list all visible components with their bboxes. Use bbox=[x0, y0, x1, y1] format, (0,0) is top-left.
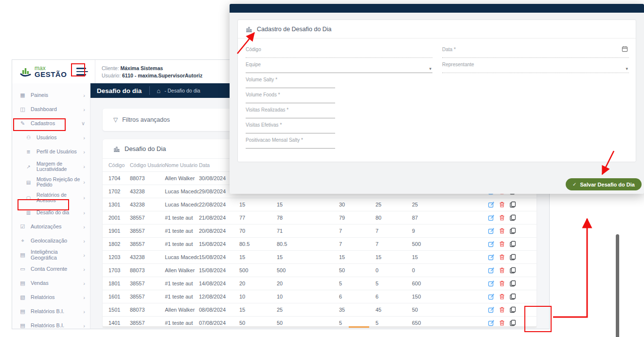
modal-title: Cadastro de Desafio do Dia bbox=[257, 26, 332, 33]
table-row: 1501 88073 Allen Walker 08/08/2024 15 25… bbox=[103, 303, 537, 317]
chevron-icon: › bbox=[83, 295, 85, 300]
chevron-icon: › bbox=[83, 149, 85, 155]
panels-icon: ▦ bbox=[19, 92, 26, 98]
equipe-select[interactable]: Equipe ▾ bbox=[246, 60, 432, 73]
edit-square-icon: ✎ bbox=[19, 120, 26, 127]
copy-icon[interactable] bbox=[509, 227, 516, 234]
edit-icon[interactable] bbox=[488, 241, 495, 247]
copy-icon[interactable] bbox=[509, 201, 516, 208]
sidebar-item[interactable]: ▤ Relatórios B.I. › bbox=[12, 304, 90, 318]
sidebar-item[interactable]: ▤ Vendas › bbox=[12, 276, 90, 290]
sidebar-item[interactable]: ▤ Motivo Rejeição dePedido › bbox=[12, 174, 90, 190]
copy-icon[interactable] bbox=[509, 306, 516, 313]
copy-icon[interactable] bbox=[509, 280, 516, 287]
dashboard-icon: ◫ bbox=[19, 106, 26, 112]
edit-icon[interactable] bbox=[488, 254, 495, 261]
column-header: Código Usuário bbox=[130, 162, 165, 168]
chevron-icon: › bbox=[83, 93, 85, 98]
sidebar-item[interactable]: ▭ Conta Corrente › bbox=[12, 262, 90, 276]
positivacao-mensal-salty-field[interactable]: Positivacao Mensal Salty * bbox=[246, 136, 335, 149]
copy-icon[interactable] bbox=[509, 319, 516, 326]
sidebar-item[interactable]: ▥ Desafio do dia › bbox=[12, 206, 90, 220]
table-row: 2001 38557 #1 teste aut 21/08/2024 77 78… bbox=[103, 211, 537, 225]
copy-icon[interactable] bbox=[509, 293, 516, 300]
chevron-icon: › bbox=[83, 266, 85, 272]
delete-icon[interactable] bbox=[499, 201, 505, 208]
volume-foods-field[interactable]: Volume Foods * bbox=[246, 91, 335, 103]
sales-doc-icon: ▤ bbox=[19, 280, 26, 286]
breadcrumb: - Desafio do dia bbox=[164, 88, 200, 94]
delete-icon[interactable] bbox=[499, 254, 505, 261]
edit-icon[interactable] bbox=[488, 227, 495, 234]
table-row: 1203 43238 Lucas Macedo da 15/08/2024 15… bbox=[103, 251, 537, 264]
dropdown-caret-icon: ▾ bbox=[429, 66, 431, 71]
copy-icon[interactable] bbox=[509, 267, 516, 274]
sidebar-item[interactable]: ↗ Margem deLucratividade › bbox=[12, 159, 90, 174]
edit-icon[interactable] bbox=[488, 293, 495, 300]
visitas-realizadas-field[interactable]: Visitas Realizadas * bbox=[246, 106, 335, 118]
modal-topbar bbox=[230, 4, 644, 13]
delete-icon[interactable] bbox=[499, 293, 505, 300]
table-row: 1601 38557 #1 teste aut 12/08/2024 10 10… bbox=[103, 290, 537, 303]
filter-funnel-icon: ▽ bbox=[113, 116, 118, 123]
horizontal-scrollbar[interactable] bbox=[103, 326, 537, 328]
horizontal-scrollbar-thumb[interactable] bbox=[349, 326, 369, 328]
chevron-icon: › bbox=[83, 179, 85, 185]
edit-icon[interactable] bbox=[488, 319, 495, 326]
chevron-icon: › bbox=[83, 135, 85, 141]
chevron-icon: › bbox=[83, 107, 85, 112]
edit-icon[interactable] bbox=[488, 214, 495, 221]
edit-icon[interactable] bbox=[488, 201, 495, 208]
calendar-icon[interactable] bbox=[622, 46, 628, 52]
delete-icon[interactable] bbox=[499, 280, 505, 287]
sidebar-item[interactable]: ◫ Dashboard › bbox=[12, 102, 90, 116]
location-pin-icon: ⌖ bbox=[19, 238, 26, 244]
sidebar-item[interactable]: ☑ Autorizações › bbox=[12, 220, 90, 234]
edit-icon[interactable] bbox=[488, 267, 495, 274]
sidebar-item[interactable]: ⌖ Geolocalização › bbox=[12, 234, 90, 248]
copy-icon[interactable] bbox=[509, 241, 516, 247]
representante-select[interactable]: Representante ▾ bbox=[442, 60, 629, 73]
delete-icon[interactable] bbox=[499, 214, 505, 221]
profit-chart-icon: ↗ bbox=[25, 164, 32, 169]
hamburger-menu-button[interactable] bbox=[76, 66, 89, 77]
sidebar-item[interactable]: ▦ Paineis › bbox=[12, 88, 90, 102]
copy-icon[interactable] bbox=[509, 214, 516, 221]
report-bi-icon: ▤ bbox=[19, 322, 26, 329]
delete-icon[interactable] bbox=[499, 241, 505, 247]
sidebar-item[interactable]: ⚇ Usuários › bbox=[12, 131, 90, 145]
table-row: 1401 38557 #1 teste aut 07/08/2024 50 50… bbox=[103, 317, 537, 327]
sidebar-item[interactable]: ✎ Cadastros ∨ bbox=[12, 116, 90, 131]
sidebar-item[interactable]: ▤ Inteligência Geográfica › bbox=[12, 248, 90, 262]
home-icon[interactable]: ⌂ bbox=[157, 87, 161, 94]
codigo-field[interactable]: Código bbox=[246, 45, 432, 58]
maxgestao-logo: max GESTÃO bbox=[12, 66, 72, 78]
delete-icon[interactable] bbox=[499, 319, 505, 326]
chevron-icon: ∨ bbox=[81, 120, 85, 127]
copy-icon[interactable] bbox=[509, 254, 516, 261]
chevron-icon: › bbox=[83, 224, 85, 230]
chevron-icon: › bbox=[83, 323, 85, 329]
delete-icon[interactable] bbox=[499, 227, 505, 234]
client-line: Cliente: Máxima Sistemas bbox=[102, 65, 202, 71]
sidebar-item[interactable]: ▤ Relatórios B.I. › bbox=[12, 318, 90, 333]
check-icon: ✓ bbox=[572, 182, 576, 187]
clipboard-icon: ▢ bbox=[25, 195, 32, 201]
sidebar-item[interactable]: ▢ Relatórios deAcessos › bbox=[12, 190, 90, 206]
edit-icon[interactable] bbox=[488, 280, 495, 287]
sidebar-item[interactable]: ▧ Relatórios › bbox=[12, 290, 90, 304]
visitas-efetivas-field[interactable]: Visitas Efetivas * bbox=[246, 121, 335, 133]
volume-salty-field[interactable]: Volume Salty * bbox=[246, 75, 335, 88]
chevron-icon: › bbox=[83, 309, 85, 315]
edit-icon[interactable] bbox=[488, 306, 495, 313]
vertical-scrollbar-thumb[interactable] bbox=[616, 234, 619, 337]
delete-icon[interactable] bbox=[499, 306, 505, 313]
users-icon: ⚇ bbox=[25, 135, 32, 140]
delete-icon[interactable] bbox=[499, 267, 505, 274]
save-desafio-button[interactable]: ✓ Salvar Desafio do Dia bbox=[566, 178, 642, 190]
data-field[interactable]: Data * bbox=[442, 45, 629, 58]
user-line: Usuário: 6110 - maxima.SupervisorAutoriz bbox=[102, 73, 202, 78]
sidebar-item[interactable]: ≣ Perfil de Usuários › bbox=[12, 145, 90, 159]
report-bi-icon: ▤ bbox=[19, 308, 26, 315]
chevron-icon: › bbox=[83, 164, 85, 169]
